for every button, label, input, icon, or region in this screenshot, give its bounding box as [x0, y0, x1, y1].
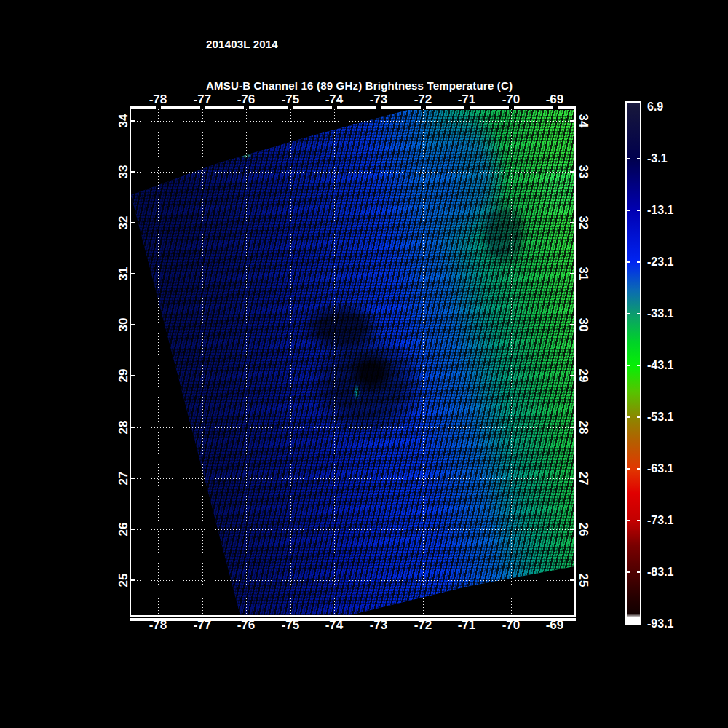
lat-gridline	[131, 529, 574, 530]
lat-tick-right	[570, 375, 574, 376]
lat-gridline	[131, 325, 574, 325]
lon-tick-label-top: -78	[142, 92, 174, 107]
lon-tick-label-bottom: -73	[363, 618, 395, 633]
colorbar-tick	[627, 571, 630, 573]
lon-tick-label-top: -71	[451, 92, 483, 107]
lat-tick-label-left: 33	[116, 160, 132, 183]
lon-tick-label-bottom: -77	[186, 618, 218, 633]
colorbar-tick	[637, 261, 640, 263]
lat-gridline	[131, 478, 574, 479]
colorbar-tick	[627, 468, 630, 470]
colorbar-label: -73.1	[647, 514, 691, 527]
lat-tick-label-left: 26	[116, 518, 132, 541]
top-axis-tick-gap	[376, 106, 381, 109]
lon-tick-label-top: -72	[407, 92, 439, 107]
lat-gridline	[131, 121, 574, 122]
lat-gridline	[131, 580, 574, 581]
colorbar-tick	[627, 313, 630, 314]
top-axis-tick-gap	[421, 106, 426, 109]
lat-tick-right	[570, 273, 574, 274]
colorbar-tick	[627, 365, 630, 366]
lon-gridline	[555, 109, 555, 615]
lat-tick-label-left: 31	[116, 262, 132, 285]
lon-gridline	[202, 109, 203, 615]
colorbar-tick	[627, 158, 630, 159]
lat-tick-label-left: 25	[116, 569, 132, 592]
lat-tick-label-right: 34	[575, 109, 591, 132]
lon-tick-label-bottom: -75	[274, 618, 306, 633]
colorbar-tick	[637, 210, 640, 211]
lon-tick-label-bottom: -72	[407, 618, 439, 633]
lon-tick-label-top: -69	[539, 92, 571, 107]
lat-tick-right	[570, 478, 574, 479]
lat-tick-right	[570, 171, 574, 173]
lat-tick-right	[570, 222, 574, 223]
colorbar-label: 6.9	[647, 100, 691, 114]
lat-tick-label-right: 28	[575, 416, 591, 439]
top-axis-tick-gap	[156, 106, 161, 109]
colorbar-tick	[637, 158, 640, 159]
lat-gridline	[131, 376, 574, 376]
colorbar-label: -23.1	[647, 256, 691, 269]
top-axis-tick-gap	[200, 106, 205, 109]
lon-gridline	[246, 109, 247, 615]
lat-tick-right	[570, 324, 574, 325]
colorbar-tick	[627, 416, 630, 418]
lat-tick-label-left: 29	[116, 364, 132, 387]
lat-tick-label-right: 32	[575, 211, 591, 234]
lon-gridline	[290, 109, 291, 615]
colorbar-label: -53.1	[647, 411, 691, 424]
lat-tick-label-right: 33	[575, 160, 591, 183]
lat-gridline	[131, 274, 574, 274]
swath-brightness-temperature-field	[131, 109, 574, 615]
top-axis-tick-gap	[244, 106, 249, 109]
lon-tick-label-bottom: -69	[539, 618, 571, 633]
lon-tick-label-top: -70	[495, 92, 527, 107]
lat-tick-label-right: 31	[575, 262, 591, 285]
lat-gridline	[131, 223, 574, 223]
lat-gridline	[131, 427, 574, 428]
lon-tick-label-bottom: -78	[142, 618, 174, 633]
lat-tick-label-left: 28	[116, 416, 132, 439]
colorbar-label: -63.1	[647, 462, 691, 475]
lon-tick-label-top: -75	[274, 92, 306, 107]
lat-gridline	[131, 172, 574, 173]
colorbar-tick	[627, 261, 630, 263]
colorbar-tick	[637, 571, 640, 573]
lon-gridline	[467, 109, 467, 615]
lat-tick-label-right: 29	[575, 364, 591, 387]
lon-gridline	[334, 109, 335, 615]
top-axis-tick-gap	[332, 106, 337, 109]
colorbar-label: -13.1	[647, 204, 691, 217]
lon-gridline	[158, 109, 159, 615]
lat-tick-label-right: 26	[575, 518, 591, 541]
lon-gridline	[511, 109, 512, 615]
colorbar-tick	[637, 520, 640, 521]
colorbar	[625, 101, 641, 625]
lon-tick-label-top: -74	[318, 92, 350, 107]
colorbar-tick	[637, 416, 640, 418]
lat-tick-label-left: 30	[116, 313, 132, 336]
colorbar-label: -33.1	[647, 307, 691, 320]
lat-tick-label-left: 34	[116, 109, 132, 132]
colorbar-label: -83.1	[647, 566, 691, 579]
storm-id-year: 201403L 2014	[206, 37, 513, 51]
lon-tick-label-bottom: -74	[318, 618, 350, 633]
lat-tick-right	[570, 120, 574, 122]
top-axis-tick-gap	[553, 106, 558, 109]
top-axis-tick-gap	[509, 106, 514, 109]
lat-tick-right	[570, 529, 574, 530]
colorbar-tick	[627, 520, 630, 521]
lon-gridline	[379, 109, 379, 615]
lat-tick-label-right: 30	[575, 313, 591, 336]
lat-tick-label-left: 32	[116, 211, 132, 234]
lat-tick-label-left: 27	[116, 467, 132, 490]
top-axis-tick-gap	[288, 106, 293, 109]
top-axis-tick-gap	[464, 106, 470, 109]
lon-tick-label-bottom: -70	[495, 618, 527, 633]
lon-tick-label-top: -77	[186, 92, 218, 107]
lon-tick-label-top: -76	[230, 92, 262, 107]
colorbar-label: -3.1	[647, 152, 691, 165]
colorbar-label: -43.1	[647, 359, 691, 372]
lat-tick-right	[570, 579, 574, 581]
